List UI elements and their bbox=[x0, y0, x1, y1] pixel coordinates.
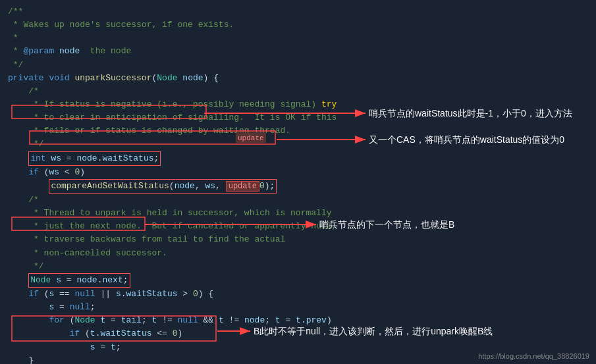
code-line: /* bbox=[8, 85, 588, 98]
code-line: if (s == null || s.waitStatus > 0) { bbox=[8, 288, 588, 301]
code-line: */ bbox=[8, 260, 588, 273]
code-line: * Thread to unpark is held in successor,… bbox=[8, 207, 588, 220]
code-line: * to clear in anticipation of signalling… bbox=[8, 111, 588, 124]
code-line: if (t.waitStatus <= 0) bbox=[8, 327, 588, 340]
code-line: */ bbox=[8, 138, 588, 151]
code-line-highlight2: compareAndSetWaitStatus(node, ws, update… bbox=[8, 179, 588, 194]
code-line: /** bbox=[8, 5, 588, 18]
code-line: * fails or if status is changed by waiti… bbox=[8, 124, 588, 138]
code-line: if (ws < 0) bbox=[8, 166, 588, 179]
code-line: * @param node the node bbox=[8, 45, 588, 58]
code-line: */ bbox=[8, 59, 588, 72]
code-line: s = null; bbox=[8, 301, 588, 314]
code-line: /* bbox=[8, 194, 588, 207]
code-line: * bbox=[8, 32, 588, 45]
code-line-highlight1: int ws = node.waitStatus; bbox=[8, 151, 588, 166]
code-editor: /** * Wakes up node's successor, if one … bbox=[0, 0, 596, 364]
code-line: * non-cancelled successor. bbox=[8, 247, 588, 260]
code-line: * just the next node. But if cancelled o… bbox=[8, 220, 588, 233]
code-line-highlight3: Node s = node.next; bbox=[8, 273, 588, 288]
code-line: private void unparkSuccessor(Node node) … bbox=[8, 72, 588, 85]
code-line: * Wakes up node's successor, if one exis… bbox=[8, 18, 588, 32]
watermark: https://blog.csdn.net/qq_38826019 bbox=[478, 352, 589, 360]
code-line: * traverse backwards from tail to find t… bbox=[8, 233, 588, 246]
code-line: * If status is negative (i.e., possibly … bbox=[8, 98, 588, 111]
code-line: for (Node t = tail; t != null && t != no… bbox=[8, 314, 588, 327]
